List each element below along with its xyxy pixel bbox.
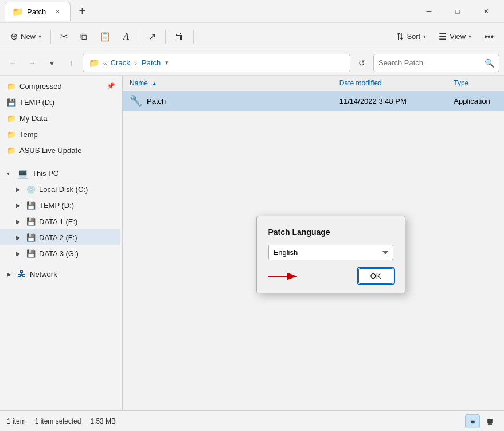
toolbar-separator-2 (139, 30, 139, 44)
address-path[interactable]: 📁 « Crack › Patch ▾ (83, 54, 350, 72)
toolbar-separator-4 (193, 30, 194, 44)
view-icon: ☰ (439, 31, 447, 42)
tab-patch[interactable]: 📁 Patch ✕ (5, 2, 71, 21)
restore-button[interactable]: □ (444, 3, 471, 20)
rename-icon: A (123, 32, 130, 42)
share-button[interactable]: ↗ (143, 27, 162, 46)
sidebar-item-data1e[interactable]: ▶ 💾 DATA 1 (E:) (0, 213, 120, 229)
sidebar-asus-label: ASUS Live Update (19, 146, 81, 155)
paste-button[interactable]: 📋 (93, 27, 116, 46)
status-bar: 1 item 1 item selected 1.53 MB ≡ ▦ (0, 410, 504, 431)
item-count: 1 item (7, 417, 26, 425)
toolbar-separator-1 (50, 30, 51, 44)
breadcrumb-separator: › (135, 58, 137, 67)
title-bar: 📁 Patch ✕ + ─ □ ✕ (0, 0, 504, 23)
tab-label: Patch (27, 7, 46, 16)
up-button[interactable]: ↑ (63, 55, 79, 71)
sidebar-item-network[interactable]: ▶ 🖧 Network (0, 266, 120, 282)
sidebar-compressed-label: Compressed (19, 82, 62, 91)
thispc-expand-icon: ▾ (7, 170, 14, 177)
localc-expand-icon: ▶ (16, 186, 23, 193)
sidebar-item-tempd2[interactable]: ▶ 💾 TEMP (D:) (0, 197, 120, 213)
data3g-expand-icon: ▶ (16, 250, 23, 257)
sort-chevron: ▾ (423, 33, 426, 40)
delete-button[interactable]: 🗑 (169, 27, 190, 46)
sidebar-data3g-icon: 💾 (26, 249, 36, 258)
sidebar-temp-icon: 📁 (7, 130, 16, 139)
search-box[interactable]: 🔍 (373, 54, 499, 72)
recent-locations-button[interactable]: ▾ (44, 55, 60, 71)
pin-icon: 📌 (107, 82, 115, 90)
sidebar-item-temp[interactable]: 📁 Temp (0, 126, 120, 142)
more-button[interactable]: ••• (478, 27, 499, 46)
sidebar-data1e-label: DATA 1 (E:) (39, 217, 77, 226)
sidebar-data2f-label: DATA 2 (F:) (39, 233, 77, 242)
share-icon: ↗ (149, 31, 156, 42)
dialog-actions: OK (268, 268, 393, 284)
sidebar-item-data3g[interactable]: ▶ 💾 DATA 3 (G:) (0, 245, 120, 261)
view-chevron: ▾ (468, 33, 471, 40)
arrow-indicator (268, 271, 303, 282)
copy-button[interactable]: ⧉ (75, 27, 92, 46)
tempd2-expand-icon: ▶ (16, 202, 23, 209)
breadcrumb-2[interactable]: Patch (142, 58, 161, 67)
view-button[interactable]: ☰ View ▾ (433, 27, 477, 46)
sidebar-tempd2-label: TEMP (D:) (39, 201, 74, 210)
sidebar-localc-label: Local Disk (C:) (39, 185, 88, 194)
new-tab-button[interactable]: + (73, 2, 91, 21)
status-info: 1 item 1 item selected 1.53 MB (7, 417, 116, 425)
cut-icon: ✂ (60, 31, 68, 42)
sidebar-network-label: Network (30, 270, 57, 279)
sidebar-item-asus[interactable]: 📁 ASUS Live Update (0, 142, 120, 158)
toolbar: ⊕ New ▾ ✂ ⧉ 📋 A ↗ 🗑 ⇅ Sort ▾ ☰ View ▾ ••… (0, 23, 504, 50)
dialog-title: Patch Language (268, 228, 393, 237)
path-chevron[interactable]: ▾ (165, 59, 169, 66)
search-input[interactable] (378, 58, 485, 67)
sidebar-mydata-icon: 📁 (7, 114, 16, 123)
refresh-button[interactable]: ↺ (354, 55, 370, 71)
back-button[interactable]: ← (5, 55, 21, 71)
rename-button[interactable]: A (118, 27, 135, 46)
sidebar-temp-label: Temp (19, 130, 38, 139)
sidebar-compressed-icon: 📁 (7, 82, 16, 91)
minimize-button[interactable]: ─ (416, 3, 442, 20)
address-bar: ← → ▾ ↑ 📁 « Crack › Patch ▾ ↺ 🔍 (0, 50, 504, 76)
sidebar-item-localc[interactable]: ▶ 💿 Local Disk (C:) (0, 181, 120, 197)
copy-icon: ⧉ (80, 32, 87, 42)
new-label: New (21, 32, 36, 41)
sidebar-item-data2f[interactable]: ▶ 💾 DATA 2 (F:) (0, 229, 120, 245)
sort-button[interactable]: ⇅ Sort ▾ (390, 27, 432, 46)
more-icon: ••• (484, 32, 494, 42)
toolbar-separator-3 (165, 30, 166, 44)
sidebar-temp-d-icon: 💾 (7, 98, 16, 107)
forward-button[interactable]: → (24, 55, 40, 71)
file-size: 1.53 MB (90, 417, 116, 425)
network-expand-icon: ▶ (7, 271, 14, 277)
tab-folder-icon: 📁 (12, 6, 24, 17)
window-controls: ─ □ ✕ (416, 3, 499, 20)
close-button[interactable]: ✕ (473, 3, 499, 20)
new-icon: ⊕ (10, 31, 18, 42)
tab-close-button[interactable]: ✕ (52, 6, 63, 17)
ok-button[interactable]: OK (358, 268, 393, 284)
sidebar-thispc-icon: 💻 (17, 168, 29, 179)
sidebar-temp-d-label: TEMP (D:) (19, 98, 54, 107)
data2f-expand-icon: ▶ (16, 234, 23, 241)
sidebar-localc-icon: 💿 (26, 185, 36, 194)
sidebar-item-temp-d[interactable]: 💾 TEMP (D:) (0, 94, 120, 110)
sidebar-item-thispc[interactable]: ▾ 💻 This PC (0, 165, 120, 181)
cut-button[interactable]: ✂ (54, 27, 73, 46)
sidebar-mydata-label: My Data (19, 114, 47, 123)
view-toggle: ≡ ▦ (465, 414, 497, 428)
breadcrumb-1[interactable]: Crack (111, 58, 130, 67)
sidebar-item-compressed[interactable]: 📁 Compressed 📌 (0, 78, 120, 94)
tiles-view-button[interactable]: ▦ (482, 414, 497, 428)
sidebar-item-mydata[interactable]: 📁 My Data (0, 110, 120, 126)
sidebar-asus-icon: 📁 (7, 146, 16, 155)
sidebar-tempd2-icon: 💾 (26, 201, 36, 210)
main-layout: 📁 Compressed 📌 💾 TEMP (D:) 📁 My Data 📁 T… (0, 76, 504, 410)
new-button[interactable]: ⊕ New ▾ (5, 27, 47, 46)
language-dropdown[interactable]: English French German Spanish Japanese C… (268, 245, 393, 260)
selected-count: 1 item selected (35, 417, 81, 425)
details-view-button[interactable]: ≡ (465, 414, 480, 428)
